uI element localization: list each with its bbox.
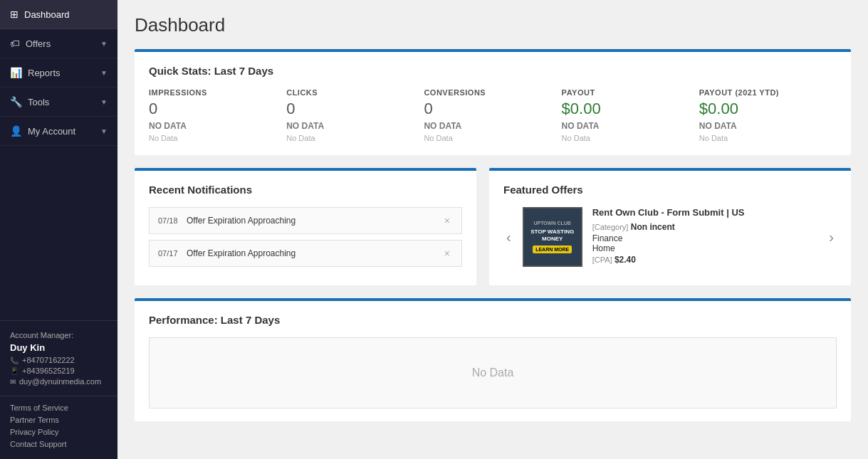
featured-offers-card: Featured Offers ‹ UPTOWN CLUB STOP WASTI…: [489, 168, 851, 285]
thumb-headline: STOP WASTING MONEY: [524, 228, 581, 242]
sidebar: ⊞ Dashboard 🏷 Offers ▼ 📊 Reports ▼ 🔧 Too…: [0, 0, 117, 459]
stat-label: PAYOUT (2021 YTD): [699, 88, 825, 97]
sidebar-label-my-account: My Account: [28, 126, 75, 137]
stat-subtext: No Data: [149, 134, 275, 142]
stat-label: CONVERSIONS: [424, 88, 550, 97]
phone-icon: 📞: [10, 357, 19, 364]
reports-icon: 📊: [10, 67, 22, 78]
offer-details: Rent Own Club - Form Submit | US [Catego…: [592, 207, 745, 265]
category-val: Non incent: [631, 222, 675, 232]
footer-link-terms[interactable]: Terms of Service: [10, 403, 108, 412]
stat-value: 0: [286, 100, 412, 118]
thumb-cta: LEARN MORE: [533, 246, 572, 253]
stat-nodata: NO DATA: [562, 121, 688, 131]
performance-nodata: No Data: [472, 366, 514, 379]
notif-date: 07/18: [158, 216, 187, 225]
prev-offer-button[interactable]: ‹: [503, 229, 514, 246]
chevron-my-account-icon: ▼: [100, 127, 108, 135]
featured-inner: ‹ UPTOWN CLUB STOP WASTING MONEY LEARN M…: [503, 207, 837, 267]
sidebar-item-dashboard[interactable]: ⊞ Dashboard: [0, 0, 117, 29]
stat-nodata: NO DATA: [699, 121, 825, 131]
notification-row: 07/17 Offer Expiration Approaching ×: [149, 240, 462, 267]
email-icon: ✉: [10, 378, 16, 386]
stat-impressions: IMPRESSIONS 0 NO DATA No Data: [149, 88, 286, 142]
offer-category: [Category] Non incent: [592, 222, 745, 232]
quick-stats-title: Quick Stats: Last 7 Days: [149, 65, 837, 77]
notifications-title: Recent Notifications: [149, 184, 462, 196]
cpa-label: [CPA]: [592, 255, 612, 264]
account-manager-label: Account Manager:: [10, 331, 108, 339]
performance-chart: No Data: [149, 337, 837, 408]
stat-label: IMPRESSIONS: [149, 88, 275, 97]
footer-link-privacy[interactable]: Privacy Policy: [10, 428, 108, 436]
sidebar-item-reports[interactable]: 📊 Reports ▼: [0, 58, 117, 88]
sidebar-footer: Terms of ServicePartner TermsPrivacy Pol…: [0, 396, 117, 459]
notifications-card: Recent Notifications 07/18 Offer Expirat…: [135, 168, 476, 285]
stat-subtext: No Data: [562, 134, 688, 142]
page-title: Dashboard: [135, 14, 851, 36]
tools-icon: 🔧: [10, 96, 22, 107]
sidebar-nav: ⊞ Dashboard 🏷 Offers ▼ 📊 Reports ▼ 🔧 Too…: [0, 0, 117, 320]
performance-title: Performance: Last 7 Days: [149, 314, 837, 326]
notif-text: Offer Expiration Approaching: [187, 216, 441, 226]
performance-card: Performance: Last 7 Days No Data: [135, 298, 851, 421]
offers-icon: 🏷: [10, 38, 20, 49]
category-label: [Category]: [592, 223, 629, 231]
stat-payout-------ytd-: PAYOUT (2021 YTD) $0.00 NO DATA No Data: [699, 88, 837, 142]
stat-nodata: NO DATA: [424, 121, 550, 131]
sidebar-label-offers: Offers: [26, 38, 51, 49]
sidebar-label-dashboard: Dashboard: [24, 9, 70, 20]
quick-stats-card: Quick Stats: Last 7 Days IMPRESSIONS 0 N…: [135, 49, 851, 155]
stat-subtext: No Data: [699, 134, 825, 142]
footer-link-partner[interactable]: Partner Terms: [10, 416, 108, 424]
offer-thumbnail: UPTOWN CLUB STOP WASTING MONEY LEARN MOR…: [523, 207, 582, 267]
notif-date: 07/17: [158, 249, 187, 258]
chevron-tools-icon: ▼: [100, 98, 108, 106]
account-manager-section: Account Manager: Duy Kin 📞 +84707162222 …: [0, 320, 117, 396]
account-manager-phone2: 📱 +84396525219: [10, 366, 108, 375]
sidebar-label-reports: Reports: [28, 68, 61, 78]
offer-line1: Finance: [592, 233, 745, 243]
account-manager-email: ✉ duy@dynuinmedia.com: [10, 377, 108, 386]
stat-label: PAYOUT: [562, 88, 688, 97]
stat-clicks: CLICKS 0 NO DATA No Data: [286, 88, 424, 142]
offer-cpa: [CPA] $2.40: [592, 255, 745, 265]
thumb-brand: UPTOWN CLUB: [533, 221, 570, 226]
chevron-reports-icon: ▼: [100, 69, 108, 77]
cpa-val: $2.40: [615, 255, 636, 265]
sidebar-item-offers[interactable]: 🏷 Offers ▼: [0, 29, 117, 58]
stat-nodata: NO DATA: [149, 121, 275, 131]
main-content: Dashboard Quick Stats: Last 7 Days IMPRE…: [117, 0, 868, 459]
offer-line2: Home: [592, 243, 745, 253]
stat-value: 0: [149, 100, 275, 118]
stat-value: $0.00: [699, 100, 825, 118]
stat-label: CLICKS: [286, 88, 412, 97]
stat-value: 0: [424, 100, 550, 118]
stat-subtext: No Data: [424, 134, 550, 142]
dashboard-icon: ⊞: [10, 9, 19, 20]
stat-value: $0.00: [562, 100, 688, 118]
chevron-offers-icon: ▼: [100, 40, 108, 48]
sidebar-label-tools: Tools: [28, 97, 49, 107]
footer-link-contact[interactable]: Contact Support: [10, 440, 108, 448]
account-manager-phone1: 📞 +84707162222: [10, 356, 108, 364]
featured-offer: UPTOWN CLUB STOP WASTING MONEY LEARN MOR…: [523, 207, 818, 267]
notification-row: 07/18 Offer Expiration Approaching ×: [149, 207, 462, 234]
notif-close-button[interactable]: ×: [441, 248, 453, 259]
notif-close-button[interactable]: ×: [441, 215, 453, 226]
stat-payout: PAYOUT $0.00 NO DATA No Data: [562, 88, 699, 142]
stat-subtext: No Data: [286, 134, 412, 142]
my-account-icon: 👤: [10, 125, 22, 137]
next-offer-button[interactable]: ›: [826, 229, 837, 246]
sidebar-item-tools[interactable]: 🔧 Tools ▼: [0, 88, 117, 117]
stats-grid: IMPRESSIONS 0 NO DATA No Data CLICKS 0 N…: [149, 88, 837, 142]
account-manager-name: Duy Kin: [10, 342, 108, 353]
notif-text: Offer Expiration Approaching: [187, 248, 441, 258]
featured-offers-title: Featured Offers: [503, 184, 837, 196]
offer-name: Rent Own Club - Form Submit | US: [592, 207, 745, 218]
mobile-icon: 📱: [10, 367, 19, 375]
sidebar-item-my-account[interactable]: 👤 My Account ▼: [0, 117, 117, 146]
stat-conversions: CONVERSIONS 0 NO DATA No Data: [424, 88, 561, 142]
two-col-section: Recent Notifications 07/18 Offer Expirat…: [135, 168, 851, 285]
stat-nodata: NO DATA: [286, 121, 412, 131]
